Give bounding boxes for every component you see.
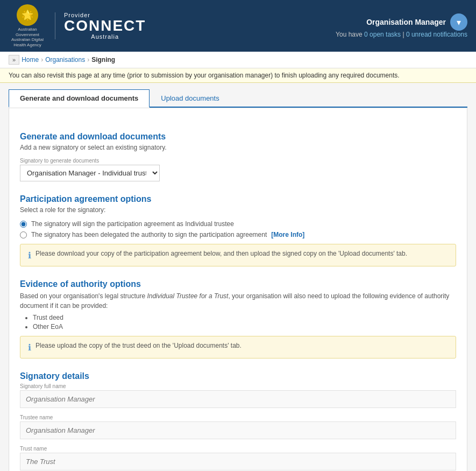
participation-title: Participation agreement options <box>20 194 456 204</box>
gov-logo: 🌟 Australian GovernmentAustralian Digita… <box>9 4 46 47</box>
header-divider <box>55 12 55 39</box>
field-trustee-name-input[interactable] <box>20 421 456 439</box>
bullet-trust-deed: Trust deed <box>33 314 456 321</box>
participation-options-section: Participation agreement options Select a… <box>20 190 456 266</box>
tab-upload[interactable]: Upload documents <box>150 89 230 107</box>
info-bar: You can also revisit this page at any ti… <box>0 68 476 83</box>
org-name: Organisation Manager <box>366 18 446 26</box>
connect-country: Australia <box>64 33 146 40</box>
unread-count: 0 <box>406 31 410 38</box>
generate-section: Generate and download documents Add a ne… <box>20 128 456 181</box>
evidence-body-italic: Individual Trustee for a Trust <box>147 292 228 300</box>
breadcrumb-current: Signing <box>91 56 115 64</box>
connect-brand: CONNECT <box>64 18 146 33</box>
participation-subtitle: Select a role for the signatory: <box>20 206 456 214</box>
main-content: Generate and download documents Upload d… <box>0 83 476 471</box>
breadcrumb: » Home › Organisations › Signing <box>0 52 476 68</box>
evidence-info-icon: ℹ <box>28 342 31 353</box>
field-trust-name-label: Trust name <box>20 446 456 452</box>
signatory-details-title: Signatory details <box>20 371 456 381</box>
breadcrumb-home[interactable]: Home <box>22 56 39 64</box>
breadcrumb-organisations[interactable]: Organisations <box>45 56 85 64</box>
header-left: 🌟 Australian GovernmentAustralian Digita… <box>9 4 146 47</box>
open-tasks-count: 0 <box>364 31 368 38</box>
field-signatory-name-label: Signatory full name <box>20 383 456 389</box>
tasks-notification-bar: You have 0 open tasks | 0 unread notific… <box>336 31 467 38</box>
breadcrumb-sep1: › <box>41 56 43 64</box>
card-content: Generate and download documents Add a ne… <box>9 108 467 471</box>
evidence-info-box: ℹ Please upload the copy of the trust de… <box>20 336 456 358</box>
open-tasks-link[interactable]: 0 open tasks <box>364 31 401 38</box>
evidence-section: Evidence of authority options Based on y… <box>20 275 456 358</box>
radio-item-2: The signatory has been delegated the aut… <box>20 231 456 238</box>
connect-logo: Provider CONNECT Australia <box>64 12 146 40</box>
dropdown-label: Signatory to generate documents <box>20 158 456 164</box>
open-tasks-label: open tasks <box>370 31 401 38</box>
radio-item-1: The signatory will sign the participatio… <box>20 220 456 228</box>
radio-delegated[interactable] <box>20 231 27 238</box>
separator: | <box>401 31 406 38</box>
field-signatory-name-group: Signatory full name <box>20 383 456 408</box>
tasks-prefix: You have <box>336 31 364 38</box>
signatory-dropdown[interactable]: Organisation Manager - Individual truste… <box>20 165 160 181</box>
more-info-link[interactable]: [More Info] <box>271 231 304 238</box>
evidence-body-start: Based on your organisation's legal struc… <box>20 292 147 300</box>
user-avatar-button[interactable]: ▾ <box>450 13 467 31</box>
breadcrumb-nav-btn[interactable]: » <box>9 55 19 65</box>
evidence-body: Based on your organisation's legal struc… <box>20 291 456 311</box>
info-icon: ℹ <box>28 250 31 261</box>
generate-subtitle: Add a new signatory or select an existin… <box>20 144 456 151</box>
radio-individual-trustee[interactable] <box>20 221 27 228</box>
signatory-details-section: Signatory details Signatory full name Tr… <box>20 367 456 471</box>
participation-info-box: ℹ Please download your copy of the parti… <box>20 244 456 266</box>
signatory-dropdown-group: Signatory to generate documents Organisa… <box>20 158 456 181</box>
unread-notifications-link[interactable]: 0 unread notifications <box>406 31 467 38</box>
user-row: Organisation Manager ▾ <box>336 13 467 31</box>
field-trustee-name-group: Trustee name <box>20 414 456 439</box>
radio-label-2: The signatory has been delegated the aut… <box>31 231 267 238</box>
generate-title: Generate and download documents <box>20 132 456 142</box>
gov-logo-text: Australian GovernmentAustralian Digital … <box>9 27 46 47</box>
tabs: Generate and download documents Upload d… <box>9 89 467 108</box>
radio-label-1: The signatory will sign the participatio… <box>31 220 234 228</box>
evidence-info-text: Please upload the copy of the trust deed… <box>35 342 241 349</box>
field-trust-name-input[interactable] <box>20 453 456 470</box>
info-bar-text: You can also revisit this page at any ti… <box>9 72 400 79</box>
unread-label: unread notifications <box>411 31 467 38</box>
breadcrumb-sep2: › <box>87 56 89 64</box>
header-right: Organisation Manager ▾ You have 0 open t… <box>336 13 467 38</box>
gov-crest-icon: 🌟 <box>17 4 38 26</box>
header: 🌟 Australian GovernmentAustralian Digita… <box>0 0 476 52</box>
participation-info-text: Please download your copy of the partici… <box>35 250 407 257</box>
evidence-bullet-list: Trust deed Other EoA <box>33 314 456 331</box>
bullet-other-eoa: Other EoA <box>33 323 456 331</box>
tab-generate[interactable]: Generate and download documents <box>9 89 150 108</box>
field-trustee-name-label: Trustee name <box>20 414 456 420</box>
field-trust-name-group: Trust name <box>20 446 456 470</box>
participation-radio-group: The signatory will sign the participatio… <box>20 220 456 238</box>
evidence-title: Evidence of authority options <box>20 279 456 289</box>
field-signatory-name-input[interactable] <box>20 390 456 408</box>
